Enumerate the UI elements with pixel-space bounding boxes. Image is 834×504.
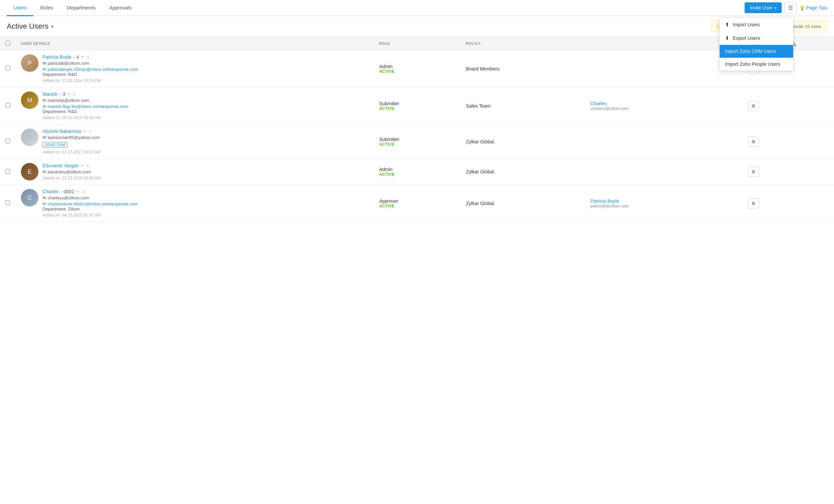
user-cell: ○ Hiyoshi Nakamura ✏ ⚠ ✉ kylesinclair95@…	[21, 129, 368, 154]
policy-cell: Board Members	[461, 50, 585, 87]
user-email-alt[interactable]: ✉ patriciaboyle.cf2nqx@inbox.zohoexpense…	[43, 67, 368, 72]
gear-button[interactable]: ⚙	[748, 198, 759, 209]
table-row: ○ Hiyoshi Nakamura ✏ ⚠ ✉ kylesinclair95@…	[0, 125, 834, 159]
zoho-crm-badge: ZOHO CRM	[43, 142, 67, 148]
role-cell: Submitter ACTIVE	[374, 125, 461, 159]
tab-users[interactable]: Users	[7, 0, 34, 16]
title-chevron-icon[interactable]: ▾	[51, 23, 53, 30]
gear-button[interactable]: ⚙	[748, 167, 759, 177]
user-email-alt[interactable]: ✉ manish.fkgc3w@inbox.zohoexpense.com	[43, 104, 368, 109]
table-row: P Patricia Boyle - 4 ✏ ⚠ ✉ patriciab@zil…	[0, 50, 834, 87]
row-checkbox-cell	[0, 185, 16, 222]
table-row: E Eduvardo Vargas ✏ ⚠ ✉ eduardov@zillum.…	[0, 159, 834, 185]
status-badge: ACTIVE	[379, 204, 455, 209]
menu-button[interactable]: ☰	[784, 2, 796, 14]
user-name[interactable]: Manish - 3 ✏ ⚠	[43, 91, 368, 97]
row-checkbox[interactable]	[5, 66, 10, 70]
row-checkbox-cell	[0, 87, 16, 125]
envelope-icon: ✉	[43, 169, 46, 174]
role-name: Submitter	[379, 137, 455, 142]
user-name[interactable]: Patricia Boyle - 4 ✏ ⚠	[43, 54, 368, 60]
select-all-checkbox[interactable]	[5, 41, 10, 46]
user-cell: E Eduvardo Vargas ✏ ⚠ ✉ eduardov@zillum.…	[21, 163, 368, 180]
lightbulb-icon: 💡	[799, 5, 805, 10]
table-header-row: USER DETAILS ROLE POLICY 🔍	[0, 37, 834, 50]
user-email: ✉ patriciab@zillum.com	[43, 61, 368, 66]
envelope-icon: ✉	[43, 135, 46, 140]
user-info: Eduvardo Vargas ✏ ⚠ ✉ eduardov@zillum.co…	[43, 163, 368, 180]
user-department: Department: R&D	[43, 72, 368, 77]
user-num: - 4	[73, 54, 79, 60]
row-checkbox-cell	[0, 125, 16, 159]
edit-icon[interactable]: ✏	[83, 129, 86, 134]
envelope-icon-alt: ✉	[43, 104, 46, 109]
policy-cell: Sales Team	[461, 87, 585, 125]
invite-user-button[interactable]: Invite User ▾	[745, 2, 782, 13]
envelope-icon-alt: ✉	[43, 67, 46, 72]
import-zoho-people-item[interactable]: Import Zoho People Users	[720, 58, 793, 70]
envelope-icon-alt: ✉	[43, 201, 46, 206]
action-cell: ⚙	[723, 185, 784, 222]
role-name: Admin	[379, 64, 455, 69]
user-cell: M Manish - 3 ✏ ⚠ ✉ manishp@zillum.com	[21, 91, 368, 120]
invite-user-label: Invite User	[750, 5, 773, 10]
user-department: Department: R&D	[43, 109, 368, 114]
row-checkbox[interactable]	[5, 200, 10, 205]
export-users-item[interactable]: ⬆ Export Users	[720, 31, 793, 45]
role-cell: Approver ACTIVE	[374, 185, 461, 222]
nav-tabs: Users Roles Departments Approvals	[7, 0, 138, 16]
approver-name[interactable]: Charles	[590, 101, 718, 106]
role-cell: Admin ACTIVE	[374, 50, 461, 87]
policy-cell: Zylkar Global.	[461, 159, 585, 185]
empty-cell	[784, 185, 834, 222]
user-name[interactable]: Eduvardo Vargas ✏ ⚠	[43, 163, 368, 168]
action-cell: ⚙	[723, 125, 784, 159]
user-info: Hiyoshi Nakamura ✏ ⚠ ✉ kylesinclair95@ya…	[43, 129, 368, 154]
row-checkbox[interactable]	[5, 139, 10, 144]
user-name[interactable]: Hiyoshi Nakamura ✏ ⚠	[43, 129, 368, 134]
gear-button[interactable]: ⚙	[748, 101, 759, 111]
import-zoho-crm-item[interactable]: Import Zoho CRM Users	[720, 45, 793, 58]
user-added-date: Added on: 12.22.2016 03:00 AM	[43, 176, 368, 180]
edit-icon[interactable]: ✏	[81, 163, 84, 168]
sub-header: Active Users ▾ ⓘ You have subscribed for…	[0, 16, 834, 37]
users-table: USER DETAILS ROLE POLICY 🔍 P	[0, 37, 834, 222]
avatar: P	[21, 54, 39, 72]
envelope-icon: ✉	[43, 195, 46, 200]
edit-icon[interactable]: ✏	[81, 54, 84, 59]
user-added-date: Added on: 02.17.2017 03:03 AM	[43, 150, 368, 154]
empty-cell	[784, 159, 834, 185]
page-title: Active Users	[7, 22, 48, 31]
row-checkbox-cell	[0, 159, 16, 185]
tab-approvals[interactable]: Approvals	[102, 0, 138, 16]
warning-icon: ⚠	[72, 92, 76, 96]
user-name[interactable]: Charles - 0002 ✏ ⚠	[43, 189, 368, 194]
user-info: Charles - 0002 ✏ ⚠ ✉ charless@zillum.com…	[43, 189, 368, 218]
gear-button[interactable]: ⚙	[748, 137, 759, 147]
approver-name[interactable]: Patricia Boyle	[590, 198, 718, 204]
role-name: Submitter	[379, 101, 455, 106]
users-table-wrapper: USER DETAILS ROLE POLICY 🔍 P	[0, 37, 834, 222]
warning-icon: ⚠	[86, 163, 90, 168]
page-tips-link[interactable]: 💡 Page Tips	[799, 5, 827, 10]
avatar: ○	[21, 129, 39, 146]
warning-icon: ⚠	[86, 54, 90, 59]
header-approver	[585, 37, 723, 50]
user-email: ✉ charless@zillum.com	[43, 195, 368, 200]
export-users-label: Export Users	[733, 36, 760, 41]
edit-icon[interactable]: ✏	[67, 92, 70, 96]
avatar: E	[21, 163, 39, 180]
header-policy: POLICY	[461, 37, 585, 50]
row-checkbox[interactable]	[5, 103, 10, 108]
nav-right-actions: Invite User ▾ ☰ 💡 Page Tips	[745, 2, 827, 14]
table-row: C Charles - 0002 ✏ ⚠ ✉ charless@zillum.c…	[0, 185, 834, 222]
import-users-item[interactable]: ⬆ Import Users	[720, 18, 793, 31]
row-checkbox[interactable]	[5, 169, 10, 174]
user-added-date: Added on: 04.15.2015 05:46 AM	[43, 115, 368, 120]
export-users-icon: ⬆	[725, 35, 729, 41]
header-role: ROLE	[374, 37, 461, 50]
user-email-alt[interactable]: ✉ charlesstone.0l42rn@inbox.zohoexpense.…	[43, 201, 368, 206]
edit-icon[interactable]: ✏	[76, 189, 80, 194]
tab-roles[interactable]: Roles	[34, 0, 60, 16]
tab-departments[interactable]: Departments	[60, 0, 103, 16]
